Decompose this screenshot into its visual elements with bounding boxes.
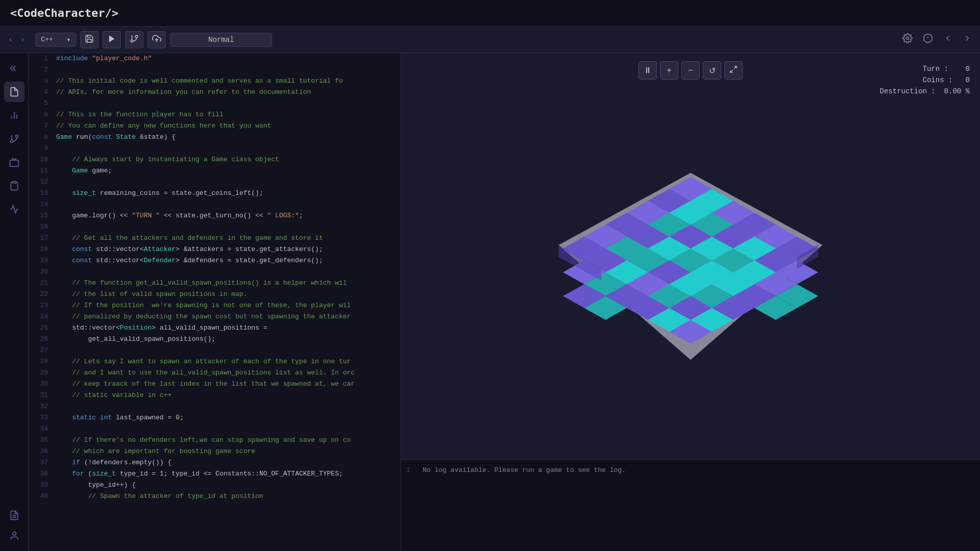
destruction-value: 0.00 % xyxy=(944,87,970,95)
svg-point-19 xyxy=(12,532,16,536)
svg-point-2 xyxy=(135,35,138,38)
fullscreen-icon xyxy=(729,65,738,76)
left-sidebar xyxy=(0,53,29,551)
code-line: 6 // This is the function player has to … xyxy=(29,109,401,120)
run-button[interactable] xyxy=(103,31,121,48)
sidebar-item-collapse[interactable] xyxy=(4,58,24,79)
prev-file-button[interactable] xyxy=(940,32,955,47)
toolbar: ‹ › C++ ▾ xyxy=(0,27,980,53)
code-line: 35 // If there's no defenders left,we ca… xyxy=(29,435,401,446)
code-line: 34 xyxy=(29,423,401,435)
code-line: 5 xyxy=(29,98,401,109)
sidebar-item-git[interactable] xyxy=(4,129,24,149)
code-line: 2 xyxy=(29,64,401,76)
turn-label: Turn : xyxy=(923,65,948,73)
sidebar-item-stats[interactable] xyxy=(4,199,24,219)
next-file-button[interactable] xyxy=(960,32,975,47)
code-line: 30 // keep traack of the last index in t… xyxy=(29,379,401,390)
sidebar-bottom xyxy=(4,505,24,546)
zoom-in-button[interactable]: + xyxy=(660,61,678,80)
code-line: 11 Game game; xyxy=(29,165,401,177)
code-line: 16 xyxy=(29,221,401,233)
game-canvas xyxy=(517,164,864,368)
log-line: 1 No log available. Please run a game to… xyxy=(406,465,975,476)
code-line: 3 // This initial code is well commented… xyxy=(29,76,401,87)
svg-rect-15 xyxy=(10,160,18,167)
destruction-label: Destruction : xyxy=(880,87,936,95)
svg-line-20 xyxy=(734,66,737,69)
code-line: 13 size_t remaining_coins = state.get_co… xyxy=(29,188,401,199)
code-line: 15 game.logr() << "TURN " << state.get_t… xyxy=(29,210,401,221)
code-line: 25 std::vector<Position> all_valid_spawn… xyxy=(29,322,401,334)
chevron-left-icon xyxy=(943,34,952,45)
upload-icon xyxy=(152,34,161,45)
code-line: 36 // which are important for boosting g… xyxy=(29,446,401,457)
code-line: 33 static int last_spawned = 0; xyxy=(29,412,401,423)
code-line: 12 xyxy=(29,177,401,188)
game-view: ⏸ + − ↺ xyxy=(401,53,980,459)
pause-button[interactable]: ⏸ xyxy=(639,61,657,80)
run-icon xyxy=(107,34,116,45)
sidebar-item-user[interactable] xyxy=(4,525,24,546)
save-button[interactable] xyxy=(80,31,99,48)
code-line: 1 #include "player_code.h" xyxy=(29,53,401,64)
settings-button[interactable] xyxy=(899,31,916,48)
code-line: 19 const std::vector<Defender> &defender… xyxy=(29,255,401,266)
sidebar-item-doc[interactable] xyxy=(4,505,24,525)
code-line: 27 xyxy=(29,345,401,356)
info-button[interactable] xyxy=(920,31,936,48)
code-line: 8 Game run(const State &state) { xyxy=(29,132,401,143)
language-selector[interactable]: C++ ▾ xyxy=(35,33,76,47)
dropdown-arrow-icon: ▾ xyxy=(66,36,70,44)
map-tiles xyxy=(559,177,818,344)
log-panel[interactable]: 1 No log available. Please run a game to… xyxy=(401,459,980,551)
code-line: 37 if (!defenders.empty()) { xyxy=(29,457,401,468)
minus-icon: − xyxy=(688,66,693,75)
code-line: 38 for (size_t type_id = 1; type_id <= C… xyxy=(29,468,401,480)
nav-back-arrow[interactable]: ‹ xyxy=(5,33,16,46)
nav-forward-arrow[interactable]: › xyxy=(17,33,29,46)
code-line: 20 xyxy=(29,266,401,278)
isometric-map xyxy=(517,164,864,368)
sidebar-item-chart[interactable] xyxy=(4,105,24,126)
sidebar-item-clipboard[interactable] xyxy=(4,176,24,196)
code-line: 24 // penalized by deducting the spawn c… xyxy=(29,311,401,322)
sidebar-item-tv[interactable] xyxy=(4,152,24,172)
reset-button[interactable]: ↺ xyxy=(703,61,721,80)
code-line: 4 // APIs, for more information you can … xyxy=(29,87,401,98)
save-icon xyxy=(85,34,94,45)
pause-icon: ⏸ xyxy=(644,66,652,75)
game-controls: ⏸ + − ↺ xyxy=(639,61,743,80)
code-editor[interactable]: 1 #include "player_code.h" 2 3 // This i… xyxy=(29,53,401,551)
reset-icon: ↺ xyxy=(709,66,716,76)
code-line: 28 // Lets say I want to spawn an attack… xyxy=(29,356,401,367)
coins-stat: Coins : 0 xyxy=(880,74,970,86)
upload-button[interactable] xyxy=(148,31,166,48)
plus-icon: + xyxy=(667,66,671,75)
language-label: C++ xyxy=(41,36,53,43)
sidebar-item-files[interactable] xyxy=(4,82,24,102)
zoom-out-button[interactable]: − xyxy=(681,61,700,80)
svg-point-3 xyxy=(131,40,133,42)
info-icon xyxy=(923,33,933,46)
editor-area: 1 #include "player_code.h" 2 3 // This i… xyxy=(29,53,401,551)
code-line: 9 xyxy=(29,143,401,154)
code-line: 31 // static variable in c++ xyxy=(29,390,401,401)
destruction-stat: Destruction : 0.00 % xyxy=(880,86,970,97)
coins-label: Coins : xyxy=(923,76,953,84)
branch-button[interactable] xyxy=(125,31,143,48)
turn-value: 0 xyxy=(966,65,970,73)
svg-point-13 xyxy=(15,135,18,138)
main-layout: 1 #include "player_code.h" 2 3 // This i… xyxy=(0,53,980,551)
right-panel: ⏸ + − ↺ xyxy=(401,53,980,551)
svg-marker-0 xyxy=(109,35,115,42)
code-line: 7 // You can define any new functions he… xyxy=(29,120,401,132)
code-line: 40 // Spawn the attacker of type_id at p… xyxy=(29,491,401,502)
chevron-right-icon xyxy=(963,34,972,45)
svg-line-21 xyxy=(730,70,733,72)
code-line: 32 xyxy=(29,401,401,412)
settings-icon xyxy=(902,33,913,46)
fullscreen-button[interactable] xyxy=(724,61,743,80)
svg-point-5 xyxy=(906,37,909,40)
nav-arrows: ‹ › xyxy=(5,33,28,46)
